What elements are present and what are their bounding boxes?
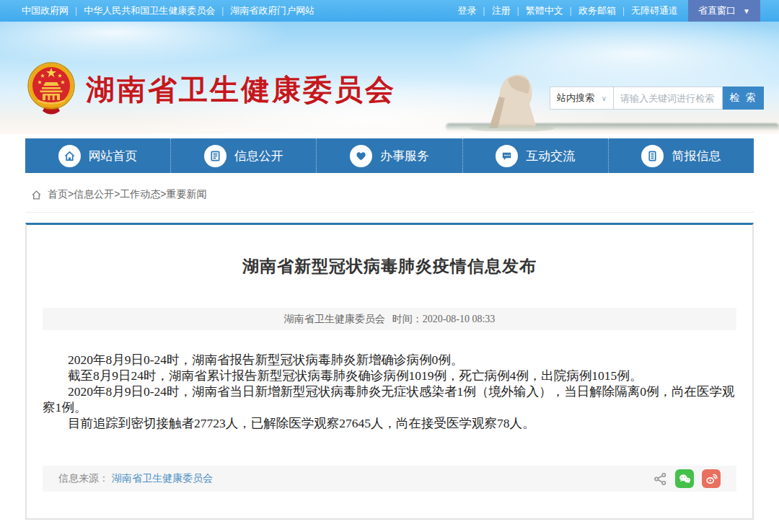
breadcrumb-bar: 首页>信息公开>工作动态>重要新闻 bbox=[25, 173, 754, 213]
accessibility-link[interactable]: 无障碍通道 bbox=[631, 4, 678, 17]
search-input[interactable] bbox=[613, 87, 723, 110]
document-icon bbox=[204, 145, 226, 167]
separator: | bbox=[570, 6, 572, 16]
nav-label: 网站首页 bbox=[89, 148, 138, 164]
article-paragraph: 目前追踪到密切接触者27723人，已解除医学观察27645人，尚在接受医学观察7… bbox=[43, 415, 736, 431]
site-brand: 湖南省卫生健康委员会 bbox=[27, 62, 396, 117]
separator: | bbox=[483, 6, 485, 16]
article-meta-bar: 湖南省卫生健康委员会 时间：2020-08-10 08:33 bbox=[43, 308, 736, 330]
weibo-share-icon[interactable] bbox=[702, 469, 721, 488]
article-title: 湖南省新型冠状病毒肺炎疫情信息发布 bbox=[43, 255, 736, 278]
nav-label: 互动交流 bbox=[526, 148, 575, 164]
article-paragraph: 截至8月9日24时，湖南省累计报告新型冠状病毒肺炎确诊病例1019例，死亡病例4… bbox=[43, 368, 736, 384]
nav-item-interaction[interactable]: 互动交流 bbox=[462, 138, 608, 173]
article-time: 时间：2020-08-10 08:33 bbox=[392, 313, 496, 326]
wechat-share-icon[interactable] bbox=[675, 469, 694, 488]
site-header: 湖南省卫生健康委员会 站内搜索 ∨ 检 索 bbox=[0, 22, 779, 134]
article-body: 2020年8月9日0-24时，湖南省报告新型冠状病毒肺炎新增确诊病例0例。 截至… bbox=[43, 352, 736, 431]
main-navigation: 网站首页 信息公开 办事服务 互动交流 简报信息 bbox=[25, 138, 754, 173]
breadcrumb-path: 首页>信息公开>工作动态>重要新闻 bbox=[48, 188, 207, 201]
separator: | bbox=[221, 6, 224, 16]
article-container: 湖南省新型冠状病毒肺炎疫情信息发布 湖南省卫生健康委员会 时间：2020-08-… bbox=[25, 223, 754, 520]
chevron-down-icon: ∨ bbox=[602, 94, 607, 102]
home-icon bbox=[31, 190, 42, 200]
topbar-link-hunan-gov[interactable]: 湖南省政府门户网站 bbox=[230, 4, 314, 17]
separator: | bbox=[517, 6, 519, 16]
nav-label: 信息公开 bbox=[234, 148, 283, 164]
nav-item-services[interactable]: 办事服务 bbox=[316, 138, 462, 173]
article-paragraph: 2020年8月9日0-24时，湖南省当日新增新型冠状病毒肺炎无症状感染者1例（境… bbox=[43, 384, 736, 415]
nav-label: 简报信息 bbox=[672, 148, 721, 164]
site-title: 湖南省卫生健康委员会 bbox=[86, 70, 396, 110]
login-link[interactable]: 登录 bbox=[458, 4, 477, 17]
topbar-link-gov-cn[interactable]: 中国政府网 bbox=[22, 4, 69, 17]
top-utility-bar: 中国政府网 | 中华人民共和国卫生健康委员会 | 湖南省政府门户网站 登录 | … bbox=[0, 0, 779, 22]
province-window-dropdown[interactable]: 省直窗口 ▼ bbox=[688, 0, 760, 22]
nav-label: 办事服务 bbox=[380, 148, 429, 164]
nav-item-info-disclosure[interactable]: 信息公开 bbox=[170, 138, 316, 173]
register-link[interactable]: 注册 bbox=[492, 4, 511, 17]
share-toolbar bbox=[653, 469, 721, 488]
statue-image bbox=[467, 62, 554, 131]
nav-item-home[interactable]: 网站首页 bbox=[25, 138, 170, 173]
article-source: 湖南省卫生健康委员会 bbox=[284, 313, 385, 326]
province-window-label: 省直窗口 bbox=[698, 4, 736, 17]
source-link[interactable]: 湖南省卫生健康委员会 bbox=[112, 472, 213, 485]
report-icon bbox=[641, 145, 664, 167]
cloud-decoration bbox=[0, 22, 289, 65]
search-scope-label: 站内搜索 bbox=[557, 92, 594, 105]
breadcrumb[interactable]: 首页>信息公开>工作动态>重要新闻 bbox=[31, 188, 748, 201]
topbar-right-links: 登录 | 注册 | 繁體中文 | 政务邮箱 | 无障碍通道 bbox=[458, 4, 679, 17]
heart-hands-icon bbox=[350, 145, 372, 167]
gov-mail-link[interactable]: 政务邮箱 bbox=[578, 4, 616, 17]
time-label: 时间： bbox=[392, 314, 423, 324]
source-label: 信息来源： bbox=[58, 472, 109, 485]
nav-item-bulletin[interactable]: 简报信息 bbox=[608, 138, 754, 173]
topbar-link-nhc[interactable]: 中华人民共和国卫生健康委员会 bbox=[84, 4, 215, 17]
search-button[interactable]: 检 索 bbox=[723, 87, 764, 110]
article-footer-bar: 信息来源： 湖南省卫生健康委员会 bbox=[43, 466, 736, 492]
chat-icon bbox=[496, 145, 518, 167]
home-icon bbox=[58, 145, 81, 167]
share-icon[interactable] bbox=[653, 472, 667, 486]
traditional-chinese-link[interactable]: 繁體中文 bbox=[526, 4, 563, 17]
article-paragraph: 2020年8月9日0-24时，湖南省报告新型冠状病毒肺炎新增确诊病例0例。 bbox=[43, 352, 736, 368]
chevron-down-icon: ▼ bbox=[743, 7, 750, 15]
site-search: 站内搜索 ∨ 检 索 bbox=[550, 87, 764, 110]
separator: | bbox=[622, 6, 625, 16]
time-value: 2020-08-10 08:33 bbox=[423, 314, 496, 324]
national-emblem-logo bbox=[27, 62, 75, 117]
separator: | bbox=[75, 6, 77, 16]
search-scope-select[interactable]: 站内搜索 ∨ bbox=[550, 87, 613, 110]
